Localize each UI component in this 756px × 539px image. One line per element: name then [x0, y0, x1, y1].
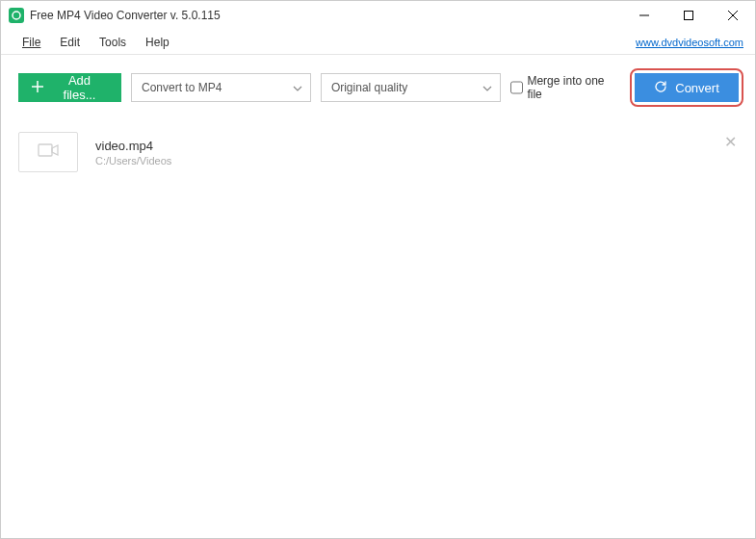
merge-checkbox[interactable] [510, 81, 524, 94]
convert-highlight: Convert [630, 68, 743, 107]
convert-label: Convert [675, 81, 719, 95]
window-title: Free MP4 Video Converter v. 5.0.115 [30, 9, 622, 22]
convert-button[interactable]: Convert [635, 73, 739, 102]
file-name: video.mp4 [95, 139, 171, 153]
close-icon: ✕ [724, 133, 737, 151]
format-selected: Convert to MP4 [142, 81, 222, 94]
svg-rect-7 [39, 144, 52, 156]
remove-file-button[interactable]: ✕ [720, 132, 740, 151]
file-path: C:/Users/Videos [95, 155, 171, 167]
add-files-label: Add files... [51, 73, 108, 102]
video-thumbnail [18, 132, 78, 172]
minimize-button[interactable] [622, 1, 666, 30]
website-link[interactable]: www.dvdvideosoft.com [636, 37, 743, 48]
svg-point-0 [13, 12, 20, 19]
app-icon [9, 8, 24, 23]
refresh-icon [654, 80, 667, 96]
format-dropdown[interactable]: Convert to MP4 [131, 73, 311, 102]
add-files-button[interactable]: Add files... [18, 73, 121, 102]
file-row[interactable]: video.mp4 C:/Users/Videos ✕ [18, 124, 743, 180]
chevron-down-icon [482, 81, 492, 94]
menu-file[interactable]: File [13, 32, 50, 53]
toolbar: Add files... Convert to MP4 Original qua… [1, 55, 755, 120]
menu-tools[interactable]: Tools [90, 32, 136, 53]
chevron-down-icon [293, 81, 302, 94]
video-icon [38, 142, 59, 162]
menubar: File Edit Tools Help www.dvdvideosoft.co… [1, 30, 755, 55]
titlebar: Free MP4 Video Converter v. 5.0.115 [1, 1, 755, 30]
window-controls [622, 1, 755, 30]
quality-dropdown[interactable]: Original quality [321, 73, 501, 102]
merge-checkbox-wrap[interactable]: Merge into one file [510, 74, 620, 101]
menu-edit[interactable]: Edit [50, 32, 90, 53]
close-button[interactable] [711, 1, 755, 30]
merge-label: Merge into one file [527, 74, 620, 101]
plus-icon [32, 81, 43, 95]
menu-help[interactable]: Help [136, 32, 179, 53]
maximize-button[interactable] [666, 1, 711, 30]
quality-selected: Original quality [331, 81, 407, 94]
svg-rect-2 [685, 12, 693, 20]
file-info: video.mp4 C:/Users/Videos [95, 139, 171, 167]
file-list: video.mp4 C:/Users/Videos ✕ [1, 120, 755, 180]
